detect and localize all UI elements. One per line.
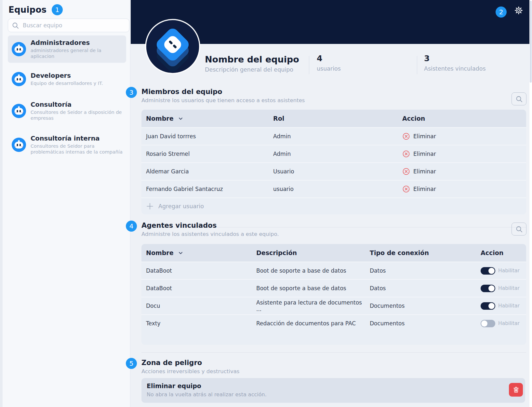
member-rol: Admin (273, 133, 291, 140)
member-rol: Admin (273, 151, 291, 157)
danger-subtitle: Acciones irreversibles y destructivas (141, 368, 239, 374)
agents-col-descripcion: Descripción (256, 249, 297, 256)
table-footer-spacer (141, 332, 526, 345)
agent-row: Texty Redacción de documentos para PAC D… (141, 314, 526, 332)
circle-x-icon (402, 185, 410, 193)
chevron-down-icon[interactable] (179, 251, 183, 254)
agent-description: Boot de soporte a base de datos (256, 267, 346, 274)
scrollbar-track[interactable] (529, 0, 532, 407)
gear-icon[interactable] (514, 6, 524, 15)
sidebar-title: Equipos (8, 5, 47, 15)
stat-assistants: 3 Asistentes vinculados (424, 54, 486, 72)
robot-icon (12, 42, 26, 56)
chevron-down-icon[interactable] (179, 117, 183, 120)
robot-icon (12, 138, 26, 152)
member-name: Juan David torrres (146, 133, 196, 140)
team-title: Nombre del equipo (205, 54, 299, 64)
team-name: Consultoría interna (31, 135, 123, 142)
delete-member-button[interactable]: Eliminar (402, 132, 436, 140)
team-search-box[interactable] (8, 19, 129, 32)
stat-assistants-label: Asistentes vinculados (424, 65, 486, 72)
danger-section-header: 5 Zona de peligro Acciones irreversibles… (141, 359, 239, 374)
members-col-nombre[interactable]: Nombre (146, 115, 174, 122)
agent-name: Texty (146, 320, 160, 327)
team-description: Consultores de Seidor a disposición de e… (31, 109, 123, 121)
team-description: Consultores de Seidor para problemáticas… (31, 143, 123, 155)
enable-label: Habilitar (498, 268, 520, 274)
team-item-consultoria-interna[interactable]: Consultoría interna Consultores de Seido… (8, 129, 126, 160)
section-divider (141, 352, 526, 353)
circle-x-icon (402, 168, 410, 175)
enable-label: Habilitar (498, 320, 520, 326)
enable-toggle[interactable] (481, 320, 495, 327)
team-item-developers[interactable]: Developers Equipo de desarrolladores y I… (8, 65, 126, 93)
agents-col-accion: Accion (481, 249, 503, 256)
members-table-header: Nombre Rol Accion (141, 110, 526, 127)
team-detail-panel: 2 (131, 0, 529, 407)
agents-title: Agentes vinculados (141, 222, 279, 229)
robot-icon (12, 72, 26, 86)
step-badge-1: 1 (52, 4, 63, 15)
agent-row: DataBoot Boot de soporte a base de datos… (141, 279, 526, 297)
enable-toggle[interactable] (481, 267, 495, 275)
team-description: administradores general de la aplicacion (31, 47, 123, 59)
team-search-input[interactable] (22, 22, 121, 29)
team-description: Equipo de desarrolladores y IT. (31, 80, 103, 86)
stat-assistants-value: 3 (424, 54, 486, 63)
step-badge-3: 3 (126, 87, 137, 98)
enable-toggle[interactable] (481, 285, 495, 292)
team-item-consultoria[interactable]: Consultoría Consultores de Seidor a disp… (8, 95, 126, 127)
team-subtitle: Descripción general del equipo (205, 66, 299, 73)
agent-type: Datos (370, 285, 386, 292)
agent-type: Documentos (370, 320, 405, 327)
team-name: Consultoría (31, 101, 123, 108)
members-col-accion: Accion (402, 115, 425, 122)
app-root: { "sidebar": { "title": "Equipos", "badg… (0, 0, 532, 407)
circle-x-icon (402, 132, 410, 140)
add-user-button[interactable]: Agregar usuario (141, 197, 526, 214)
members-title: Miembros del equipo (141, 88, 305, 96)
team-name: Developers (31, 72, 103, 79)
plus-icon (146, 202, 154, 210)
member-row: Juan David torrres Admin Eliminar (141, 127, 526, 145)
agents-table: Nombre Descripción Tipo de conexión Acci… (141, 244, 526, 345)
agents-subtitle: Administre los asistentes vinculados a e… (141, 231, 279, 237)
agent-description: Asistente para lectura de documentos ... (256, 299, 365, 312)
step-badge-2: 2 (496, 7, 507, 18)
trash-icon (512, 386, 520, 394)
agent-description: Boot de soporte a base de datos (256, 285, 346, 292)
scrollbar-thumb[interactable] (530, 1, 532, 83)
agent-name: DataBoot (146, 267, 172, 274)
delete-team-button[interactable] (509, 383, 523, 397)
agents-col-nombre[interactable]: Nombre (146, 249, 174, 256)
agent-row: Docu Asistente para lectura de documento… (141, 297, 526, 314)
search-icon (12, 22, 19, 29)
agents-section-header: 4 Agentes vinculados Administre los asis… (141, 222, 279, 237)
agents-search-button[interactable] (512, 223, 526, 236)
robot-icon (12, 104, 26, 118)
members-col-rol: Rol (273, 115, 284, 122)
delete-member-button[interactable]: Eliminar (402, 168, 436, 175)
agent-type: Datos (370, 267, 386, 274)
members-table: Nombre Rol Accion Juan David torrres Adm… (141, 110, 526, 214)
members-search-button[interactable] (512, 92, 526, 105)
member-row: Rosario Stremel Admin Eliminar (141, 145, 526, 162)
danger-title: Zona de peligro (141, 359, 239, 367)
members-section-header: 3 Miembros del equipo Administre los usu… (141, 88, 305, 103)
member-name: Aldemar Garcia (146, 168, 189, 175)
stat-divider (309, 56, 309, 74)
circle-x-icon (402, 150, 410, 158)
members-subtitle: Administre los usuarios que tienen acces… (141, 97, 305, 103)
delete-member-button[interactable]: Eliminar (402, 185, 436, 193)
enable-toggle[interactable] (481, 302, 495, 310)
member-name: Fernando Gabriel Santacruz (146, 186, 223, 192)
step-badge-4: 4 (126, 221, 137, 232)
stat-users-label: usuarios (317, 65, 341, 72)
delete-team-warning: No abra la vuelta atrás al realizar esta… (147, 391, 525, 398)
agents-col-tipo: Tipo de conexión (370, 249, 429, 256)
agent-name: Docu (146, 303, 160, 309)
delete-member-button[interactable]: Eliminar (402, 150, 436, 158)
team-item-administradores[interactable]: Administradores administradores general … (8, 35, 126, 63)
teams-sidebar: Equipos 1 Administradores administradore… (0, 0, 130, 407)
team-name: Administradores (31, 39, 123, 47)
